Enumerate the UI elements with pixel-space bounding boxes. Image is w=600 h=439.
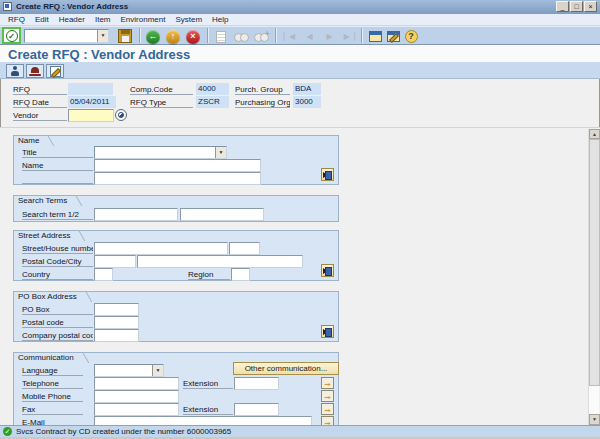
name-input-1[interactable] bbox=[94, 159, 261, 172]
new-session-button[interactable] bbox=[367, 29, 383, 44]
title-input[interactable] bbox=[95, 147, 215, 158]
scrollbar-down-icon[interactable]: ▼ bbox=[589, 414, 600, 425]
street-preview-button[interactable] bbox=[321, 264, 334, 277]
print-icon bbox=[216, 31, 226, 43]
vendor-label: Vendor bbox=[13, 110, 67, 121]
status-message: Svcs Contract by CD created under the nu… bbox=[16, 427, 231, 436]
window-icon bbox=[369, 31, 382, 42]
search-term-2-input[interactable] bbox=[180, 208, 264, 221]
email-input[interactable] bbox=[94, 416, 312, 425]
exit-button[interactable]: ↑ bbox=[165, 29, 181, 44]
fax-input[interactable] bbox=[94, 403, 179, 416]
menu-system[interactable]: System bbox=[170, 14, 207, 25]
menu-rfq[interactable]: RFQ bbox=[3, 14, 30, 25]
language-dropdown-icon[interactable]: ▼ bbox=[152, 365, 163, 376]
mobile-phone-input[interactable] bbox=[94, 390, 179, 403]
cancel-button[interactable]: × bbox=[185, 29, 201, 44]
find-next-button: + bbox=[253, 29, 269, 44]
po-box-label: PO Box bbox=[22, 304, 93, 315]
next-page-button: ▶ bbox=[321, 29, 337, 44]
street-address-tab: Street Address bbox=[13, 230, 73, 241]
enter-button[interactable]: ✓ bbox=[2, 27, 21, 44]
po-postal-code-input[interactable] bbox=[94, 316, 139, 329]
name-preview-button[interactable] bbox=[321, 168, 334, 181]
country-input[interactable] bbox=[94, 268, 113, 281]
menu-edit[interactable]: Edit bbox=[30, 14, 54, 25]
company-postal-code-input[interactable] bbox=[94, 329, 139, 342]
fax-label: Fax bbox=[22, 404, 83, 415]
vendor-input[interactable] bbox=[68, 109, 114, 122]
po-postal-code-label: Postal code bbox=[22, 317, 93, 328]
street-address-section: Street Address Street/House number Posta… bbox=[13, 230, 339, 281]
po-box-input[interactable] bbox=[94, 303, 139, 316]
application-toolbar bbox=[0, 62, 600, 79]
vendor-search-help-button[interactable] bbox=[115, 109, 127, 121]
fax-arrow-button[interactable]: → bbox=[321, 403, 334, 415]
language-label: Language bbox=[22, 365, 83, 376]
help-button[interactable]: ? bbox=[403, 29, 419, 44]
rfq-date-label: RFQ Date bbox=[13, 97, 67, 108]
hat-button[interactable] bbox=[26, 64, 44, 78]
telephone-arrow-button[interactable]: → bbox=[321, 377, 334, 389]
search-term-1-input[interactable] bbox=[94, 208, 178, 221]
heading-band: Create RFQ : Vendor Address bbox=[0, 45, 600, 62]
toolbar-separator bbox=[139, 28, 140, 43]
previous-page-button: ◀ bbox=[301, 29, 317, 44]
name-input-2[interactable] bbox=[94, 172, 261, 185]
title-dropdown-icon[interactable]: ▼ bbox=[215, 147, 226, 158]
email-arrow-button[interactable]: → bbox=[321, 416, 334, 425]
search-term-label: Search term 1/2 bbox=[22, 209, 93, 220]
exit-arrow-icon: ↑ bbox=[166, 30, 180, 44]
title-bar: Create RFQ : Vendor Address _ □ × bbox=[0, 0, 600, 14]
maximize-button[interactable]: □ bbox=[570, 1, 583, 12]
scrollbar-thumb[interactable] bbox=[589, 139, 600, 386]
header-details-button[interactable] bbox=[6, 64, 24, 78]
save-button[interactable] bbox=[118, 29, 132, 43]
language-input[interactable] bbox=[95, 365, 152, 376]
communication-tab: Communication bbox=[13, 352, 77, 363]
back-button[interactable]: ← bbox=[145, 29, 161, 44]
house-number-input[interactable] bbox=[229, 242, 260, 255]
binoculars-icon bbox=[234, 32, 249, 42]
create-shortcut-button[interactable] bbox=[385, 29, 401, 44]
title-combo[interactable]: ▼ bbox=[94, 146, 227, 159]
command-input[interactable] bbox=[25, 30, 97, 42]
region-input[interactable] bbox=[231, 268, 250, 281]
fax-extension-input[interactable] bbox=[234, 403, 279, 416]
menu-help[interactable]: Help bbox=[207, 14, 233, 25]
mobile-arrow-button[interactable]: → bbox=[321, 390, 334, 402]
command-field[interactable]: ▼ bbox=[24, 29, 109, 43]
title-label: Title bbox=[22, 147, 93, 158]
pobox-preview-button[interactable] bbox=[321, 325, 334, 338]
street-input[interactable] bbox=[94, 242, 228, 255]
close-button[interactable]: × bbox=[584, 1, 597, 12]
other-communication-button[interactable]: Other communication... bbox=[233, 362, 339, 375]
mobile-phone-label: Mobile Phone bbox=[22, 391, 83, 402]
toolbar-separator bbox=[207, 28, 208, 43]
menu-bar: RFQ Edit Header Item Environment System … bbox=[0, 14, 600, 26]
menu-item[interactable]: Item bbox=[90, 14, 116, 25]
minimize-button[interactable]: _ bbox=[556, 1, 569, 12]
toolbar-separator bbox=[275, 28, 276, 43]
edit-note-button[interactable] bbox=[46, 64, 64, 78]
window-pencil-icon bbox=[387, 31, 400, 42]
edit-icon bbox=[50, 66, 61, 77]
city-input[interactable] bbox=[137, 255, 303, 268]
menu-header[interactable]: Header bbox=[54, 14, 90, 25]
communication-section: Communication Language ▼ Other communica… bbox=[13, 352, 339, 425]
hat-icon bbox=[29, 67, 41, 76]
country-label: Country bbox=[22, 269, 93, 280]
postal-city-label: Postal Code/City bbox=[22, 256, 93, 267]
rfq-type-value: ZSCR bbox=[196, 96, 229, 108]
command-dropdown-icon[interactable]: ▼ bbox=[97, 30, 108, 42]
comp-code-value: 4000 bbox=[196, 83, 229, 95]
menu-environment[interactable]: Environment bbox=[116, 14, 171, 25]
vertical-scrollbar[interactable]: ▲ ▼ bbox=[588, 129, 599, 425]
telephone-extension-input[interactable] bbox=[234, 377, 279, 390]
telephone-input[interactable] bbox=[94, 377, 179, 390]
language-combo[interactable]: ▼ bbox=[94, 364, 164, 377]
scrollbar-up-icon[interactable]: ▲ bbox=[589, 129, 600, 139]
fax-extension-label: Extension bbox=[183, 404, 233, 415]
search-terms-tab: Search Terms bbox=[13, 195, 70, 206]
postal-code-input[interactable] bbox=[94, 255, 136, 268]
